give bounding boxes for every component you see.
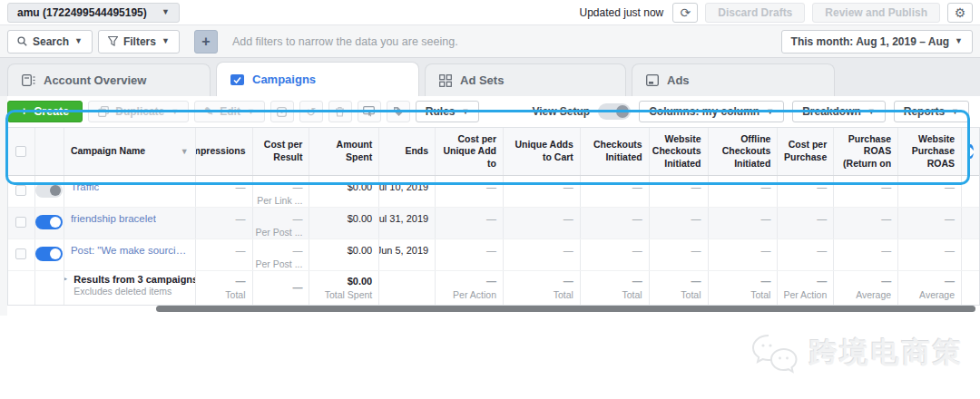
summary-title-block: Results from 3 campaignsExcludes deleted… — [74, 274, 195, 297]
summary-spacer — [35, 271, 64, 305]
tab-ad-sets[interactable]: Ad Sets — [425, 63, 626, 96]
settings-button[interactable]: ⚙ — [947, 3, 973, 23]
row-checkbox[interactable] — [15, 217, 26, 228]
summary-value: — — [236, 276, 246, 287]
duplicate-button[interactable]: Duplicate ▼ — [88, 101, 189, 122]
date-range-selector[interactable]: This month: Aug 1, 2019 – Aug ▼ — [781, 30, 973, 54]
table-cell: — — [196, 176, 253, 207]
delete-button[interactable] — [328, 101, 352, 122]
preview-button[interactable] — [358, 101, 381, 122]
summary-subtitle: Excludes deleted items — [74, 286, 195, 297]
campaign-toggle[interactable] — [35, 183, 63, 198]
edit-button[interactable]: ✎ Edit ▼ — [194, 101, 265, 122]
summary-cell: —Per Action — [778, 271, 834, 305]
tab-campaigns[interactable]: Campaigns — [216, 62, 419, 96]
tag-button[interactable] — [387, 101, 410, 122]
summary-cell: —Total — [581, 271, 650, 305]
column-header[interactable]: Website Checkouts Initiated — [650, 128, 709, 175]
breakdown-button[interactable]: Breakdown ▼ — [792, 101, 886, 122]
revert-button[interactable]: ↺ — [299, 101, 323, 122]
cell-value: — — [945, 245, 955, 257]
table-cell: — — [834, 239, 898, 270]
table-cell: — — [834, 208, 898, 238]
add-filter-button[interactable]: + — [194, 30, 218, 54]
toggle-knob — [50, 185, 61, 196]
create-button[interactable]: + Create — [7, 101, 83, 122]
cell-value: — — [292, 213, 302, 225]
toolbar-view-options: View Setup Columns: my column ▼ Breakdow… — [532, 101, 969, 122]
summary-cell: —Per Action — [436, 271, 504, 305]
column-header[interactable]: Checkouts Initiated — [581, 128, 650, 175]
campaigns-icon — [230, 73, 244, 85]
column-header[interactable]: Impressions — [196, 128, 253, 175]
horizontal-scrollbar[interactable] — [156, 306, 975, 312]
view-setup-toggle[interactable] — [598, 103, 631, 120]
column-header[interactable]: Unique Adds to Cart — [504, 128, 581, 175]
campaign-toggle[interactable] — [35, 215, 63, 229]
campaign-name-cell: Post: "We make sourcing EAS... — [64, 239, 196, 270]
summary-sublabel: Total — [750, 289, 770, 300]
wechat-bubbles-icon — [750, 332, 800, 374]
column-header-label: Unique Adds to Cart — [510, 139, 573, 163]
columns-button[interactable]: Columns: my column ▼ — [639, 101, 784, 122]
row-checkbox[interactable] — [15, 248, 26, 259]
cell-value: — — [817, 245, 827, 257]
refresh-button[interactable]: ⟳ — [672, 3, 698, 23]
rules-button-label: Rules — [426, 105, 456, 118]
filters-button[interactable]: Filters ▼ — [98, 30, 180, 54]
summary-cell — [379, 271, 436, 305]
column-header-label: Purchase ROAS (Return on — [840, 133, 891, 170]
column-header[interactable]: Cost per Purchase — [778, 128, 834, 175]
discard-drafts-button[interactable]: Discard Drafts — [705, 3, 805, 23]
table-cell: — — [650, 239, 709, 270]
campaign-name-link[interactable]: Traffic — [71, 181, 99, 192]
account-selector[interactable]: amu (1722499544495195) ▼ — [7, 3, 180, 23]
refresh-icon: ⟳ — [680, 5, 691, 20]
toggle-knob — [616, 105, 629, 118]
column-header[interactable]: Website Purchase ROAS — [898, 128, 962, 175]
tab-label: Ad Sets — [460, 73, 504, 87]
column-header[interactable]: Amount Spent — [309, 128, 379, 175]
review-publish-button[interactable]: Review and Publish — [812, 3, 940, 23]
table-cell: — — [196, 239, 253, 270]
campaign-toggle[interactable] — [35, 247, 63, 261]
topbar-actions: Updated just now ⟳ Discard Drafts Review… — [580, 3, 973, 23]
search-button[interactable]: Search ▼ — [7, 30, 93, 54]
tab-ads[interactable]: Ads — [632, 63, 835, 96]
pin-button[interactable] — [270, 101, 294, 122]
campaign-name-link[interactable]: friendship bracelet — [71, 213, 156, 224]
row-checkbox[interactable] — [15, 185, 26, 196]
summary-cell: —Total — [196, 271, 253, 305]
date-range-label: This month: Aug 1, 2019 – Aug — [791, 35, 949, 48]
top-bar: amu (1722499544495195) ▼ Updated just no… — [0, 0, 980, 25]
table-cell — [962, 208, 979, 238]
filter-bar: Search ▼ Filters ▼ + Add filters to narr… — [0, 25, 980, 58]
cell-value: — — [691, 181, 701, 193]
select-all-cell — [8, 128, 35, 175]
cell-value: — — [564, 213, 573, 225]
column-header[interactable]: Offline Checkouts Initiated — [709, 128, 779, 175]
reports-button[interactable]: Reports ▼ — [894, 101, 969, 122]
cell-value: — — [292, 181, 302, 193]
expand-caret-icon[interactable]: ▶ — [64, 274, 67, 283]
plus-icon: + — [201, 34, 210, 50]
plus-icon: + — [21, 105, 27, 118]
column-header[interactable]: Cost per Result — [253, 128, 310, 175]
column-header-campaign-name[interactable]: Campaign Name▼ — [64, 128, 196, 175]
caret-down-icon: ▼ — [766, 108, 774, 116]
watermark-text: 跨境电商策 — [809, 334, 964, 372]
cell-value: — — [760, 213, 770, 225]
column-header[interactable]: Purchase ROAS (Return on — [834, 128, 898, 175]
column-header[interactable]: Cost per Unique Add to — [436, 128, 504, 175]
caret-down-icon: ▼ — [955, 37, 963, 45]
cell-value: — — [564, 181, 573, 193]
column-header[interactable]: Ends — [379, 128, 436, 175]
campaign-name-link[interactable]: Post: "We make sourcing EAS... — [71, 245, 189, 256]
cell-value: — — [486, 245, 496, 257]
add-column-icon[interactable] — [967, 144, 974, 159]
rules-button[interactable]: Rules ▼ — [416, 101, 480, 122]
tab-account-overview[interactable]: Account Overview — [7, 63, 211, 96]
table-cell: — — [196, 208, 253, 238]
select-all-checkbox[interactable] — [15, 146, 26, 157]
cell-value: Jun 5, 2019 — [379, 245, 428, 257]
